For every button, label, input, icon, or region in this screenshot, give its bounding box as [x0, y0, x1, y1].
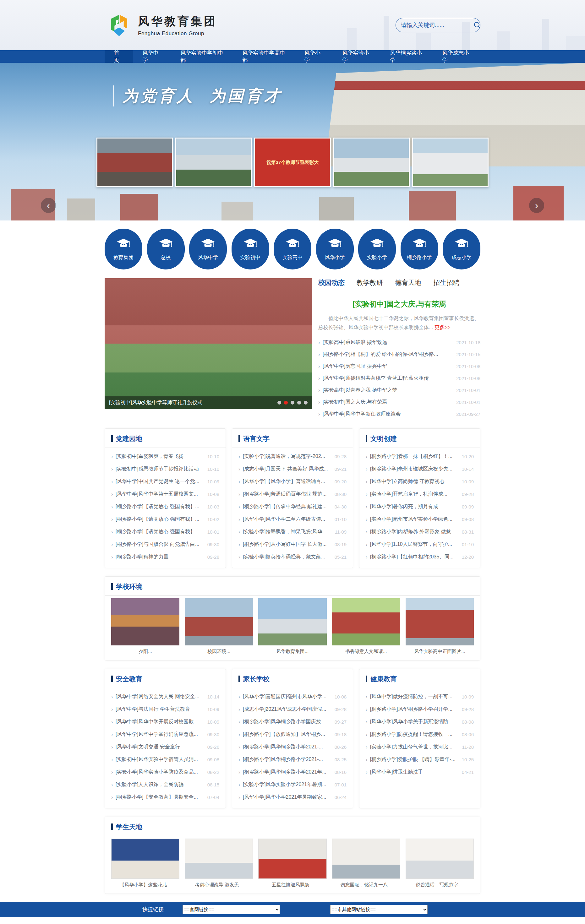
carousel-thumbnail[interactable]: [96, 137, 173, 187]
school-circle-link[interactable]: 桐乡路小学: [401, 229, 438, 269]
board-list-item[interactable]: › [实验小学]风华实验小学防疫及食品... 08-22: [111, 766, 219, 779]
board-list-item[interactable]: › [桐乡路小学]【红领巾相约2035、同... 12-20: [366, 551, 474, 563]
board-list-item[interactable]: › [风华小学]1.10人民警察节，向守护... 01-10: [366, 538, 474, 551]
student-photo-item[interactable]: 勿忘国耻，铭记九一八...: [332, 838, 400, 888]
nav-item[interactable]: 风华成志小学: [433, 50, 480, 63]
board-list-item[interactable]: › [成志小学]月圆天下 共画美好 风华成... 09-21: [238, 463, 347, 475]
school-circle-link[interactable]: 实验初中: [231, 229, 269, 269]
board-list-item[interactable]: › [桐乡路小学]普通话诵百年伟业 规范... 08-30: [238, 488, 347, 501]
environment-photo-item[interactable]: 夕阳...: [111, 598, 179, 655]
carousel-thumbnail[interactable]: [412, 137, 489, 187]
carousel-prev-arrow-icon[interactable]: ‹: [41, 198, 56, 213]
board-list-item[interactable]: › [成志小学]2021风华成志小学国庆假... 09-28: [238, 703, 347, 716]
board-list-item[interactable]: › [实验小学]亳州市风华实验小学绿色... 09-08: [366, 513, 474, 526]
board-list-item[interactable]: › [桐乡路小学]【安全教育】暑期安全... 07-04: [111, 791, 219, 804]
board-list-item[interactable]: › [实验小学]开笔启童智，礼润伴成... 09-28: [366, 488, 474, 501]
carousel-dot[interactable]: [297, 401, 301, 404]
board-list-item[interactable]: › [风华小学]讲卫生勤洗手 04-21: [366, 766, 474, 779]
news-list-item[interactable]: › [实验高中]乘风破浪 撷华致远 2021-10-18: [318, 337, 480, 349]
board-list-item[interactable]: › [实验小学]撷英拾萃诵经典，藏文蕴... 05-21: [238, 551, 347, 563]
board-list-item[interactable]: › [桐乡路小学]内塑修养 外塑形象 做魅... 08-31: [366, 526, 474, 538]
carousel-thumbnail[interactable]: [175, 137, 252, 187]
board-list-item[interactable]: › [桐乡路小学]【放假通知】风华桐乡... 09-18: [238, 728, 347, 741]
environment-photo-item[interactable]: 风华实验高中正面图片...: [406, 598, 474, 655]
environment-photo-item[interactable]: 校园环境...: [185, 598, 253, 655]
nav-item[interactable]: 首页: [105, 50, 133, 63]
board-list-item[interactable]: › [桐乡路小学]爱眼护眼 【睛】彩童年-... 10-25: [366, 754, 474, 766]
board-list-item[interactable]: › [桐乡路小学]风华桐乡路小学国庆放... 09-27: [238, 716, 347, 728]
board-list-item[interactable]: › [桐乡路小学]风华桐乡路小学2021年... 08-16: [238, 766, 347, 779]
more-link[interactable]: 更多>>: [435, 325, 451, 330]
board-list-item[interactable]: › [风华中学]网络安全为人民 网络安全... 10-14: [111, 691, 219, 703]
board-list-item[interactable]: › [风华小学]喜迎国庆|亳州市风华小学... 10-08: [238, 691, 347, 703]
student-photo-item[interactable]: 【风华小学】这些花儿...: [111, 838, 179, 888]
board-list-item[interactable]: › [风华小学]风华小学二至六年级古诗... 01-10: [238, 513, 347, 526]
site-logo[interactable]: 风华教育集团 Fenghua Education Group: [105, 11, 217, 40]
news-list-item[interactable]: › [风华中学]师徒结对共育桃李 青蓝工程;薪火相传 2021-10-08: [318, 373, 480, 384]
school-circle-link[interactable]: 实验小学: [358, 229, 396, 269]
news-list-item[interactable]: › [风华中学]勿忘国耻 振兴中华 2021-10-08: [318, 361, 480, 373]
board-list-item[interactable]: › [风华中学]做好疫情防控，一刻不可... 10-09: [366, 691, 474, 703]
nav-item[interactable]: 风华小学: [295, 50, 333, 63]
board-list-item[interactable]: › [桐乡路小学]精神的力量 09-28: [111, 551, 219, 563]
news-tab[interactable]: 招生招聘: [433, 278, 459, 287]
school-circle-link[interactable]: 风华小学: [316, 229, 354, 269]
board-list-item[interactable]: › [风华中学]风华中学第十五届校园文... 10-08: [111, 488, 219, 501]
news-photo-carousel[interactable]: [实验初中]风华实验中学尊师守礼升旗仪式: [105, 278, 312, 409]
board-list-item[interactable]: › [实验小学]翰墨飘香，神采飞扬;风华... 11-09: [238, 526, 347, 538]
school-circle-link[interactable]: 总校: [147, 229, 185, 269]
board-list-item[interactable]: › [桐乡路小学]【请党放心 强国有我】... 10-01: [111, 526, 219, 538]
board-list-item[interactable]: › [桐乡路小学]亳州市谯城区庆祝少先... 10-14: [366, 463, 474, 475]
school-circle-link[interactable]: 成志小学: [443, 229, 480, 269]
board-list-item[interactable]: › [实验小学]人人识诈，全民防骗 08-15: [111, 779, 219, 791]
board-list-item[interactable]: › [风华小学]暑你闪亮，期月有成 09-09: [366, 501, 474, 513]
board-list-item[interactable]: › [风华小学]文明交通 安全童行 09-26: [111, 741, 219, 754]
board-list-item[interactable]: › [风华中学]与法同行 学生普法教育 10-09: [111, 703, 219, 716]
board-list-item[interactable]: › [风华小学]【风华小学】普通话诵百... 09-20: [238, 475, 347, 488]
search-box[interactable]: [395, 18, 480, 32]
board-list-item[interactable]: › [桐乡路小学]看那一抹【桐乡红】！... 10-20: [366, 450, 474, 463]
board-list-item[interactable]: › [桐乡路小学]风华桐乡路小学召开学... 09-28: [366, 703, 474, 716]
school-circle-link[interactable]: 教育集团: [105, 229, 142, 269]
carousel-dot[interactable]: [291, 401, 294, 404]
featured-news-title[interactable]: [实验初中]国之大庆,与有荣焉: [318, 299, 480, 309]
school-circle-link[interactable]: 实验高中: [274, 229, 311, 269]
board-list-item[interactable]: › [桐乡路小学]【请党放心 强国有我】... 10-02: [111, 513, 219, 526]
board-list-item[interactable]: › [桐乡路小学]【请党放心 强国有我】... 10-03: [111, 501, 219, 513]
news-list-item[interactable]: › [桐乡路小学]相【桐】的爱 给不同的你-风华桐乡路... 2021-10-1…: [318, 349, 480, 361]
board-list-item[interactable]: › [风华中学]中国共产党诞生 论一个党... 10-09: [111, 475, 219, 488]
board-list-item[interactable]: › [桐乡路小学]防疫提醒！请您接收一... 08-06: [366, 728, 474, 741]
student-photo-item[interactable]: 考前心理疏导 激发无...: [185, 838, 253, 888]
board-list-item[interactable]: › [风华中学]立高尚师德 守教育初心 10-09: [366, 475, 474, 488]
news-list-item[interactable]: › [风华中学]风华中学新任教师座谈会 2021-09-27: [318, 408, 480, 420]
news-list-item[interactable]: › [实验高中]以青春之我 扬中华之梦 2021-10-01: [318, 384, 480, 396]
environment-photo-item[interactable]: 风华教育集团...: [258, 598, 326, 655]
board-list-item[interactable]: › [桐乡路小学]【传承中华经典 献礼建... 04-30: [238, 501, 347, 513]
board-list-item[interactable]: › [实验小学]力拔山兮气盖世，拔河比... 11-28: [366, 741, 474, 754]
board-list-item[interactable]: › [桐乡路小学]风华桐乡路小学2021-... 08-26: [238, 741, 347, 754]
board-list-item[interactable]: › [桐乡路小学]风华桐乡路小学2021-... 08-25: [238, 754, 347, 766]
search-input[interactable]: [401, 22, 474, 28]
nav-item[interactable]: 风华实验小学: [333, 50, 380, 63]
board-list-item[interactable]: › [风华中学]风华中学开展反对校园欺... 10-09: [111, 716, 219, 728]
news-tab[interactable]: 教学教研: [357, 278, 383, 287]
board-list-item[interactable]: › [风华小学]风华小学2021年暑期致家... 06-24: [238, 791, 347, 804]
student-photo-item[interactable]: 说普通话，写规范字-...: [406, 838, 474, 888]
carousel-thumbnail[interactable]: 祝第37个教师节暨表彰大: [254, 137, 331, 187]
nav-item[interactable]: 风华中学: [133, 50, 171, 63]
carousel-thumbnail[interactable]: [333, 137, 410, 187]
nav-item[interactable]: 风华桐乡路小学: [380, 50, 433, 63]
board-list-item[interactable]: › [桐乡路小学]从小写好中国字 长大做... 08-19: [238, 538, 347, 551]
board-list-item[interactable]: › [风华小学]风华小学关于新冠疫情防... 08-08: [366, 716, 474, 728]
search-icon[interactable]: [474, 21, 475, 28]
news-tab[interactable]: 德育天地: [395, 278, 421, 287]
nav-item[interactable]: 风华实验中学初中部: [171, 50, 233, 63]
news-tab[interactable]: 校园动态: [318, 278, 345, 287]
carousel-dot[interactable]: [304, 401, 307, 404]
official-links-select[interactable]: ==官网链接==: [183, 905, 280, 914]
board-list-item[interactable]: › [实验小学]说普通话，写规范字-202... 09-28: [238, 450, 347, 463]
board-list-item[interactable]: › [风华中学]风华中学举行消防应急疏... 09-30: [111, 728, 219, 741]
news-list-item[interactable]: › [实验初中]国之大庆,与有荣焉 2021-10-01: [318, 396, 480, 408]
carousel-dot-active[interactable]: [284, 401, 288, 404]
carousel-next-arrow-icon[interactable]: ›: [529, 198, 544, 213]
